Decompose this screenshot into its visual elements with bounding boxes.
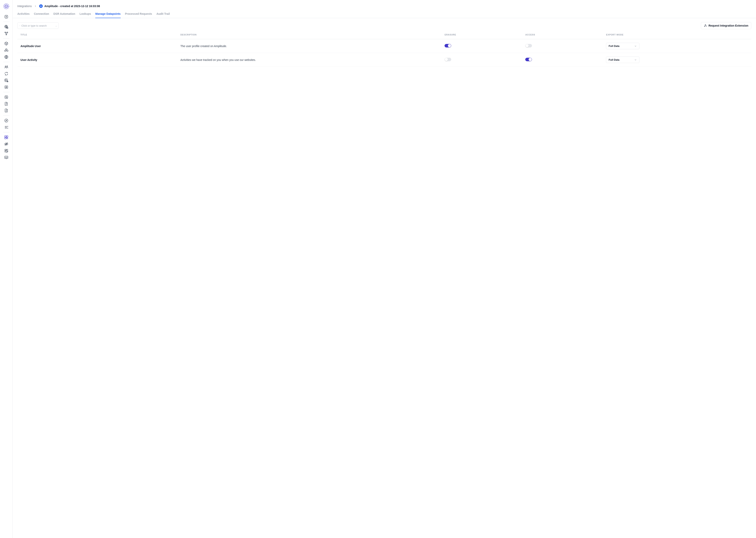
globe-plus-icon[interactable] (4, 25, 9, 29)
search-wrap (17, 23, 59, 29)
col-export-header: EXPORT MODE (604, 32, 751, 39)
brand-badge: A (39, 4, 43, 8)
access-toggle[interactable] (525, 58, 532, 61)
chevron-down-icon (634, 59, 637, 61)
breadcrumb-current: Amplitude - created at 2023-12-12 16:03:… (44, 5, 100, 8)
eye-off-icon[interactable] (4, 142, 9, 146)
svg-point-12 (5, 79, 7, 80)
database-icon[interactable] (4, 78, 9, 82)
sparkle-icon (704, 24, 707, 27)
main: Integrations A Amplitude - created at 20… (13, 0, 756, 538)
table-row: Amplitude UserThe user profile created o… (17, 39, 751, 53)
cubes-icon[interactable] (4, 48, 9, 52)
search-input[interactable] (22, 24, 55, 27)
row-description: Activities we have tracked on you when y… (179, 53, 443, 67)
svg-point-22 (7, 137, 8, 139)
svg-rect-19 (5, 136, 6, 137)
add-filter-button[interactable] (56, 24, 57, 27)
app-logo[interactable] (3, 3, 10, 10)
users-icon[interactable] (4, 65, 9, 69)
refresh-icon[interactable] (4, 72, 9, 76)
export-mode-select[interactable]: Full Data (606, 43, 639, 49)
svg-rect-25 (6, 149, 8, 150)
bolt-icon[interactable] (4, 15, 9, 19)
svg-point-18 (5, 119, 8, 122)
tab-dsr-automation[interactable]: DSR Automation (53, 12, 75, 18)
table-row: User ActivityActivities we have tracked … (17, 53, 751, 67)
row-title: Amplitude User (17, 39, 179, 53)
tab-lookups[interactable]: Lookups (79, 12, 91, 18)
flow-icon[interactable] (4, 31, 9, 36)
globe-icon[interactable] (4, 55, 9, 59)
integrations-icon[interactable] (4, 135, 9, 139)
tabs: ActivitiesConnectionDSR AutomationLookup… (13, 10, 756, 18)
chevron-down-icon (634, 45, 637, 47)
chevron-right-icon (34, 5, 37, 8)
tab-activities[interactable]: Activities (17, 12, 29, 18)
cube-icon[interactable] (4, 41, 9, 46)
tab-manage-datapoints[interactable]: Manage Datapoints (95, 12, 120, 18)
svg-point-2 (6, 6, 7, 7)
file-arrow-icon[interactable] (4, 102, 9, 106)
tab-connection[interactable]: Connection (34, 12, 49, 18)
breadcrumb: Integrations A Amplitude - created at 20… (17, 4, 751, 8)
grid-edit-icon[interactable] (4, 148, 9, 153)
tab-audit-trail[interactable]: Audit Trail (156, 12, 170, 18)
code-icon[interactable] (4, 155, 9, 160)
row-title: User Activity (17, 53, 179, 67)
row-description: The user profile created on Amplitude. (179, 39, 443, 53)
search-icon (20, 24, 20, 27)
svg-point-17 (6, 96, 7, 98)
access-toggle[interactable] (525, 44, 532, 47)
svg-point-11 (7, 66, 8, 67)
erasure-toggle[interactable] (445, 44, 451, 47)
file-download-icon[interactable] (4, 108, 9, 113)
tab-processed-requests[interactable]: Processed Requests (125, 12, 152, 18)
compass-icon[interactable] (4, 118, 9, 123)
svg-rect-16 (5, 96, 8, 99)
svg-rect-20 (5, 137, 6, 139)
request-extension-button[interactable]: Request Integration Extension (701, 22, 751, 29)
erasure-toggle[interactable] (445, 58, 451, 61)
export-mode-select[interactable]: Full Data (606, 57, 639, 63)
filters-icon[interactable] (4, 125, 9, 130)
datapoints-table: TITLE DESCRIPTION ERASURE ACCESS EXPORT … (17, 32, 751, 67)
svg-point-28 (20, 26, 20, 26)
sidebar (0, 0, 13, 538)
search-doc-icon[interactable] (4, 95, 9, 99)
col-description-header: DESCRIPTION (179, 32, 443, 39)
svg-rect-24 (5, 149, 6, 150)
col-title-header: TITLE (17, 32, 179, 39)
svg-point-7 (7, 32, 8, 33)
svg-point-15 (6, 86, 7, 87)
svg-rect-21 (6, 136, 8, 137)
breadcrumb-root[interactable]: Integrations (17, 5, 32, 8)
svg-rect-26 (5, 151, 6, 152)
svg-point-6 (5, 32, 6, 33)
col-access-header: ACCESS (524, 32, 604, 39)
svg-point-10 (5, 66, 6, 67)
id-card-icon[interactable] (4, 85, 9, 89)
col-erasure-header: ERASURE (443, 32, 524, 39)
svg-rect-14 (5, 86, 8, 88)
